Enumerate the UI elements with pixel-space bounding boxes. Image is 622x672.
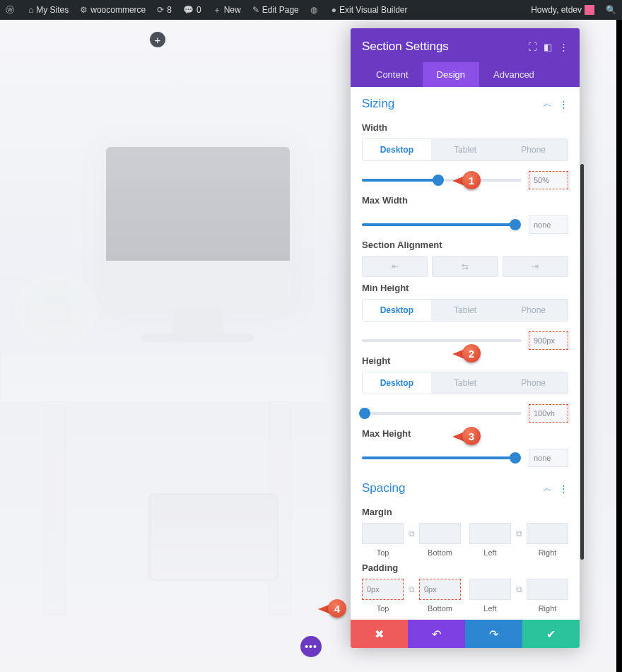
maxwidth-value[interactable]: none bbox=[529, 216, 568, 234]
avatar bbox=[585, 5, 594, 15]
width-slider[interactable]: 50% bbox=[362, 171, 568, 189]
minheight-device-tabs: Desktop Tablet Phone bbox=[362, 299, 568, 322]
panel-title: Section Settings bbox=[362, 40, 524, 54]
tab-content[interactable]: Content bbox=[362, 62, 423, 87]
minheight-phone-tab[interactable]: Phone bbox=[499, 300, 568, 321]
margin-sub-labels: TopBottom LeftRight bbox=[362, 548, 568, 557]
wordpress-icon: ⓦ bbox=[6, 4, 14, 16]
divi-menu[interactable]: ◍ bbox=[305, 0, 326, 20]
sizing-heading: Sizing bbox=[362, 97, 394, 111]
save-button[interactable]: ✔ bbox=[522, 620, 580, 648]
plus-icon: ＋ bbox=[213, 4, 221, 16]
minheight-tablet-tab[interactable]: Tablet bbox=[431, 300, 500, 321]
pencil-icon: ✎ bbox=[252, 5, 259, 15]
search-icon: 🔍 bbox=[606, 5, 616, 15]
site-name-label: woocommerce bbox=[90, 5, 146, 15]
site-name[interactable]: ⚙woocommerce bbox=[74, 0, 151, 20]
panel-more-icon[interactable]: ⋮ bbox=[556, 42, 571, 52]
padding-right-input[interactable] bbox=[527, 579, 568, 600]
updates-count: 8 bbox=[167, 5, 172, 15]
link-icon[interactable]: ⧉ bbox=[404, 584, 419, 594]
expand-icon[interactable]: ⛶ bbox=[524, 42, 540, 52]
new-label: New bbox=[224, 5, 241, 15]
margin-label: Margin bbox=[362, 507, 568, 517]
spacing-accordion[interactable]: Spacing ︿ ⋮ bbox=[359, 471, 571, 501]
width-tablet-tab[interactable]: Tablet bbox=[431, 139, 500, 160]
undo-button[interactable]: ↶ bbox=[408, 620, 465, 648]
wp-logo[interactable]: ⓦ bbox=[0, 0, 23, 20]
exit-vb-label: Exit Visual Builder bbox=[339, 5, 408, 15]
align-center-button[interactable]: ⇆ bbox=[432, 256, 498, 277]
my-sites[interactable]: ⌂My Sites bbox=[23, 0, 74, 20]
updates[interactable]: ⟳8 bbox=[151, 0, 177, 20]
sizing-accordion[interactable]: Sizing ︿ ⋮ bbox=[359, 87, 571, 117]
width-label: Width bbox=[362, 122, 568, 133]
link-icon[interactable]: ⧉ bbox=[511, 584, 527, 594]
background-image bbox=[0, 20, 311, 672]
height-label: Height bbox=[362, 355, 568, 366]
edit-page-label: Edit Page bbox=[262, 5, 299, 15]
width-device-tabs: Desktop Tablet Phone bbox=[362, 138, 568, 161]
tab-advanced[interactable]: Advanced bbox=[479, 62, 548, 87]
width-value[interactable]: 50% bbox=[529, 171, 568, 189]
margin-top-input[interactable] bbox=[362, 523, 404, 544]
exit-visual-builder[interactable]: ●Exit Visual Builder bbox=[326, 0, 413, 20]
chevron-up-icon[interactable]: ︿ bbox=[543, 482, 552, 495]
width-desktop-tab[interactable]: Desktop bbox=[363, 139, 431, 160]
panel-header: Section Settings ⛶ ◧ ⋮ Content Design Ad… bbox=[351, 28, 580, 87]
width-phone-tab[interactable]: Phone bbox=[499, 139, 568, 160]
padding-top-input[interactable]: 0px bbox=[362, 579, 404, 600]
maxheight-slider[interactable]: none bbox=[362, 449, 568, 467]
redo-button[interactable]: ↷ bbox=[465, 620, 522, 648]
minheight-slider[interactable]: 900px bbox=[362, 331, 568, 350]
align-right-button[interactable]: ⇥ bbox=[503, 256, 568, 277]
settings-tabs: Content Design Advanced bbox=[362, 62, 571, 87]
margin-right-input[interactable] bbox=[527, 523, 568, 544]
spacing-more-icon[interactable]: ⋮ bbox=[559, 483, 568, 494]
comments[interactable]: 💬0 bbox=[177, 0, 207, 20]
comments-count: 0 bbox=[196, 5, 201, 15]
howdy-label: Howdy, etdev bbox=[531, 5, 582, 15]
comment-icon: 💬 bbox=[183, 5, 194, 15]
alignment-buttons: ⇤ ⇆ ⇥ bbox=[362, 256, 568, 277]
chevron-up-icon[interactable]: ︿ bbox=[543, 98, 552, 110]
link-icon[interactable]: ⧉ bbox=[404, 529, 419, 538]
padding-bottom-input[interactable]: 0px bbox=[419, 579, 461, 600]
sizing-more-icon[interactable]: ⋮ bbox=[559, 99, 568, 110]
panel-scrollbar[interactable] bbox=[580, 164, 584, 560]
maxheight-label: Max Height bbox=[362, 428, 568, 439]
link-icon[interactable]: ⧉ bbox=[511, 529, 527, 538]
minheight-desktop-tab[interactable]: Desktop bbox=[363, 300, 431, 321]
snap-icon[interactable]: ◧ bbox=[540, 42, 556, 52]
wp-admin-bar: ⓦ ⌂My Sites ⚙woocommerce ⟳8 💬0 ＋New ✎Edi… bbox=[0, 0, 622, 20]
height-desktop-tab[interactable]: Desktop bbox=[363, 372, 431, 394]
panel-action-bar: ✖ ↶ ↷ ✔ bbox=[351, 620, 580, 648]
add-section-button[interactable]: + bbox=[150, 32, 165, 47]
edit-page[interactable]: ✎Edit Page bbox=[247, 0, 305, 20]
spacing-heading: Spacing bbox=[362, 481, 405, 495]
home-icon: ⌂ bbox=[28, 5, 33, 15]
new-content[interactable]: ＋New bbox=[207, 0, 247, 20]
minheight-value[interactable]: 900px bbox=[529, 331, 568, 350]
height-value[interactable]: 100vh bbox=[529, 404, 568, 423]
maxheight-value[interactable]: none bbox=[529, 449, 568, 467]
margin-left-input[interactable] bbox=[469, 523, 511, 544]
height-slider[interactable]: 100vh bbox=[362, 404, 568, 423]
my-sites-label: My Sites bbox=[36, 5, 69, 15]
maxwidth-slider[interactable]: none bbox=[362, 216, 568, 234]
discard-button[interactable]: ✖ bbox=[351, 620, 408, 648]
howdy-user[interactable]: Howdy, etdev bbox=[525, 0, 600, 20]
padding-left-input[interactable] bbox=[469, 579, 511, 600]
section-settings-panel: Section Settings ⛶ ◧ ⋮ Content Design Ad… bbox=[351, 28, 580, 648]
builder-fab[interactable]: ••• bbox=[300, 636, 322, 657]
height-tablet-tab[interactable]: Tablet bbox=[431, 372, 500, 394]
margin-bottom-input[interactable] bbox=[419, 523, 461, 544]
tab-design[interactable]: Design bbox=[423, 62, 479, 87]
maxwidth-label: Max Width bbox=[362, 195, 568, 206]
height-phone-tab[interactable]: Phone bbox=[499, 372, 568, 394]
search-toggle[interactable]: 🔍 bbox=[600, 0, 622, 20]
frame-edge bbox=[616, 20, 622, 672]
margin-inputs: ⧉ ⧉ bbox=[362, 523, 568, 544]
align-left-button[interactable]: ⇤ bbox=[362, 256, 428, 277]
refresh-icon: ⟳ bbox=[157, 5, 164, 15]
